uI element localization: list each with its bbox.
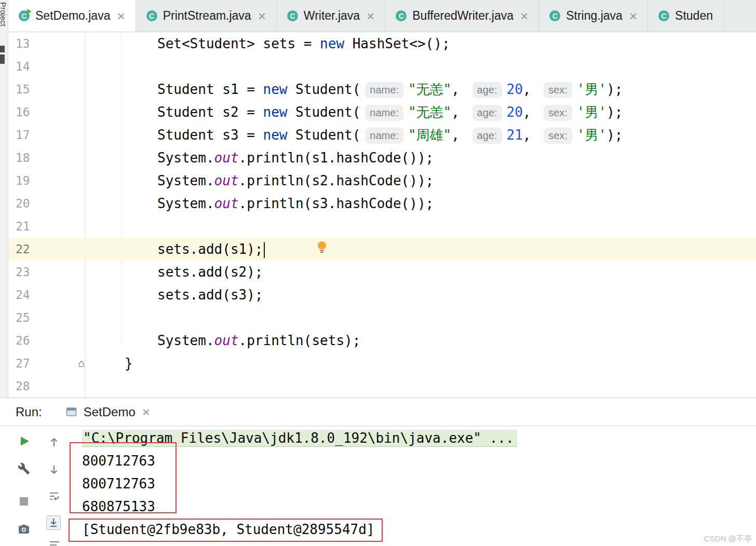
class-icon: C [287, 10, 298, 21]
up-stack-trace-icon[interactable] [48, 436, 60, 448]
code-token: System. [157, 196, 214, 211]
line-number: 27⌂ [8, 352, 85, 375]
code-token: '男' [577, 104, 606, 120]
code-token: .println(s2.hashCode()); [239, 173, 434, 188]
tab-label: Writer.java [304, 9, 360, 23]
editor-line-15[interactable]: 15Student s1 = new Student(name:"无恙", ag… [8, 78, 756, 101]
close-icon[interactable]: × [117, 9, 125, 23]
tab-printstream-java[interactable]: CPrintStream.java× [136, 0, 277, 32]
code-token: 20 [507, 104, 523, 120]
code-text [85, 306, 157, 329]
console-command-line: "C:\Program Files\Java\jdk1.8.0_192\bin\… [82, 430, 517, 446]
console-line: 680875133 [82, 495, 756, 518]
line-number: 20 [8, 192, 85, 215]
editor-line-18[interactable]: 18System.out.println(s1.hashCode()); [8, 146, 756, 169]
code-text: Student s1 = new Student(name:"无恙", age:… [85, 78, 623, 101]
code-text: System.out.println(s3.hashCode()); [85, 192, 434, 215]
stop-icon[interactable] [19, 496, 29, 507]
close-icon[interactable]: × [367, 9, 374, 23]
run-tab-setdemo[interactable]: SetDemo × [66, 405, 150, 419]
code-token: '男' [577, 127, 606, 143]
code-token: Student( [287, 104, 360, 120]
soft-wrap-icon[interactable] [48, 490, 60, 502]
line-number: 16 [8, 101, 85, 124]
close-icon[interactable]: × [142, 405, 150, 419]
editor-line-21[interactable]: 21 [8, 215, 756, 238]
parameter-hint: sex: [544, 82, 572, 98]
console-line: "C:\Program Files\Java\jdk1.8.0_192\bin\… [82, 427, 756, 449]
scroll-to-end-icon[interactable] [46, 515, 61, 530]
line-number: 22 [8, 238, 85, 261]
editor-line-28[interactable]: 28 [8, 375, 756, 398]
line-number: 15 [8, 78, 85, 101]
watermark: CSDN @不亭 [704, 534, 752, 544]
print-icon[interactable] [49, 541, 60, 546]
console-output-text: 800712763 [82, 453, 155, 469]
tab-label: PrintStream.java [163, 9, 251, 23]
console-output-text: 800712763 [82, 476, 155, 492]
project-tool-window-button[interactable]: Project [0, 2, 8, 26]
console-line: [Student@2fb9e83b, Student@2895547d] [82, 518, 756, 541]
tab-writer-java[interactable]: CWriter.java× [277, 0, 385, 32]
code-token: System. [157, 173, 214, 188]
parameter-hint: name: [365, 105, 403, 121]
tab-studen[interactable]: CStuden [648, 0, 724, 32]
tool-strip-mark [0, 54, 5, 64]
editor-line-14[interactable]: 14 [8, 55, 756, 78]
down-stack-trace-icon[interactable] [48, 463, 60, 476]
editor-line-24[interactable]: 24sets.add(s3); [8, 283, 756, 306]
code-token: new [263, 127, 288, 143]
code-text: sets.add(s1); [85, 238, 327, 261]
editor-line-23[interactable]: 23sets.add(s2); [8, 261, 756, 283]
code-token: new [263, 104, 288, 120]
tab-string-java[interactable]: CString.java× [539, 0, 648, 32]
tab-label: Studen [675, 9, 713, 23]
line-number: 23 [8, 261, 85, 283]
code-token: Student s2 = [157, 104, 263, 120]
line-number: 14 [8, 55, 85, 78]
editor-line-22[interactable]: 22sets.add(s1); [8, 238, 756, 261]
tab-bufferedwriter-java[interactable]: CBufferedWriter.java× [385, 0, 539, 32]
run-icon[interactable] [18, 435, 31, 447]
console-line: 800712763 [82, 449, 756, 472]
editor-line-27[interactable]: 27⌂} [8, 352, 756, 375]
run-marker-icon [27, 9, 32, 14]
code-token: "无恙" [408, 104, 451, 120]
code-token: , [523, 81, 539, 97]
close-icon[interactable]: × [258, 9, 266, 23]
wrench-settings-icon[interactable] [18, 462, 30, 475]
code-token: sets.add(s1); [157, 241, 263, 257]
editor-line-19[interactable]: 19System.out.println(s2.hashCode()); [8, 169, 756, 192]
screenshot-camera-icon[interactable] [18, 523, 30, 536]
parameter-hint: sex: [544, 105, 572, 121]
close-icon[interactable]: × [629, 9, 637, 23]
editor-lines: 13Set<Student> sets = new HashSet<>();14… [8, 32, 756, 398]
editor-line-16[interactable]: 16Student s2 = new Student(name:"无恙", ag… [8, 101, 756, 124]
editor-tab-bar: CSetDemo.java×CPrintStream.java×CWriter.… [8, 0, 756, 32]
run-tool-window-header: Run: SetDemo × [0, 398, 756, 426]
line-number: 13 [8, 32, 85, 55]
tab-setdemo-java[interactable]: CSetDemo.java× [8, 0, 136, 32]
class-icon: C [146, 10, 157, 21]
line-number: 21 [8, 215, 85, 238]
intention-bulb-icon[interactable] [317, 239, 327, 262]
code-token: } [125, 356, 133, 371]
editor-line-17[interactable]: 17Student s3 = new Student(name:"周雄", ag… [8, 124, 756, 146]
code-token: ); [606, 104, 623, 120]
line-number: 17 [8, 124, 85, 146]
code-token: .println(sets); [239, 333, 361, 348]
editor-line-13[interactable]: 13Set<Student> sets = new HashSet<>(); [8, 32, 756, 55]
editor-line-20[interactable]: 20System.out.println(s3.hashCode()); [8, 192, 756, 215]
close-icon[interactable]: × [520, 9, 528, 23]
code-token: "周雄" [408, 127, 451, 143]
editor-line-25[interactable]: 25 [8, 306, 756, 329]
code-token: sets.add(s2); [157, 264, 263, 280]
parameter-hint: sex: [544, 128, 572, 144]
ide-window: Project CSetDemo.java×CPrintStream.java×… [0, 0, 756, 546]
code-token: , [451, 81, 467, 97]
code-text: sets.add(s2); [85, 261, 263, 283]
editor-line-26[interactable]: 26System.out.println(sets); [8, 329, 756, 352]
code-editor: 13Set<Student> sets = new HashSet<>();14… [8, 32, 756, 398]
gutter-home-icon[interactable]: ⌂ [78, 358, 85, 369]
line-number: 24 [8, 283, 85, 306]
